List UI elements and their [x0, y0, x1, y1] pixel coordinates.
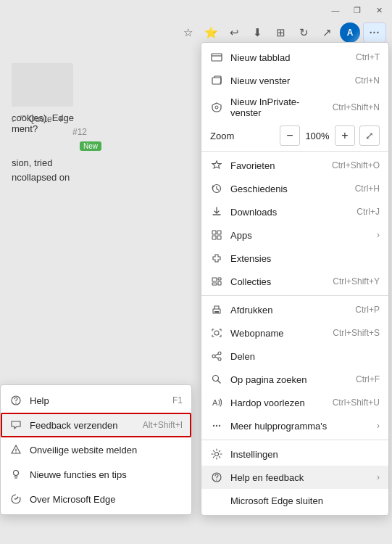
quote-button[interactable]: “” Quote — [20, 114, 52, 124]
menu-item-extensions[interactable]: Extensies — [201, 247, 388, 270]
avatar-letter: A — [347, 28, 354, 38]
svg-rect-8 — [217, 236, 221, 239]
svg-line-20 — [215, 357, 218, 358]
grid-icon[interactable]: ⊞ — [270, 22, 291, 43]
find-menu-icon — [210, 373, 223, 386]
quote-icon: “” — [20, 114, 25, 124]
svg-line-22 — [218, 381, 221, 384]
apps-arrow: › — [377, 230, 380, 240]
svg-rect-9 — [212, 278, 217, 281]
close-button[interactable]: ✕ — [369, 3, 389, 17]
menu-item-print[interactable]: Afdrukken Ctrl+P — [201, 298, 388, 321]
svg-point-3 — [215, 106, 218, 109]
svg-point-15 — [214, 331, 219, 335]
divider-2 — [201, 295, 388, 296]
svg-rect-5 — [212, 231, 216, 234]
bullet: t — [12, 115, 14, 123]
page-content-snippet: cookies), Edge ment? — [0, 54, 196, 143]
toolbar: ☆ ⭐ ↩ ⬇ ⊞ ↻ ↗ A ··· — [0, 22, 392, 44]
sub-menu-item-about[interactable]: Over Microsoft Edge — [1, 487, 191, 511]
svg-rect-6 — [217, 231, 221, 234]
more-button[interactable]: ··· — [363, 22, 386, 43]
sub-menu-item-help[interactable]: Help F1 — [1, 388, 191, 413]
minimize-button[interactable]: — — [325, 3, 346, 17]
divider-3 — [201, 440, 388, 440]
zoom-row: Zoom − 100% + ⤢ — [201, 123, 388, 149]
window-controls: — ❐ ✕ — [325, 3, 389, 17]
new-window-icon — [210, 74, 223, 87]
feedback-icon — [9, 419, 22, 432]
help-feedback-arrow: › — [377, 472, 380, 482]
menu-item-screenshot[interactable]: Webopname Ctrl+Shift+S — [201, 321, 388, 345]
main-dropdown-menu: Nieuw tabblad Ctrl+T Nieuw venster Ctrl+… — [201, 42, 389, 516]
svg-point-33 — [15, 452, 16, 453]
quote-row: t “” Quote + — [0, 109, 196, 129]
zoom-in-button[interactable]: + — [335, 125, 355, 146]
svg-rect-11 — [218, 278, 221, 280]
warning-icon — [9, 443, 22, 456]
bulb-icon — [9, 468, 22, 481]
zoom-fullscreen-button[interactable]: ⤢ — [359, 125, 380, 146]
add-icon[interactable]: + — [58, 113, 64, 125]
menu-item-settings[interactable]: Instellingen — [201, 442, 388, 466]
new-badge: New — [80, 141, 101, 151]
zoom-out-button[interactable]: − — [280, 125, 300, 146]
collections-icon[interactable]: ⭐ — [201, 22, 221, 43]
menu-item-collections[interactable]: Collecties Ctrl+Shift+Y — [201, 270, 388, 293]
downloads-menu-icon — [210, 205, 223, 218]
share-menu-icon — [210, 350, 223, 363]
sub-menu-item-new-features[interactable]: Nieuwe functies en tips — [1, 462, 191, 487]
svg-point-29 — [216, 479, 217, 481]
svg-rect-14 — [214, 311, 219, 313]
more-tools-menu-icon — [210, 419, 223, 432]
download-icon[interactable]: ⬇ — [247, 22, 267, 43]
svg-rect-2 — [212, 78, 221, 84]
back-icon[interactable]: ↩ — [224, 22, 244, 43]
browser-window: — ❐ ✕ ☆ ⭐ ↩ ⬇ ⊞ ↻ ↗ A ··· cookies), Edge… — [0, 0, 392, 544]
menu-item-more-tools[interactable]: Meer hulpprogramma's › — [201, 414, 388, 437]
edge-icon — [9, 493, 22, 506]
print-menu-icon — [210, 303, 223, 316]
collections-menu-icon — [210, 275, 223, 288]
menu-item-read-aloud[interactable]: A Hardop voorlezen Ctrl+Shift+U — [201, 391, 388, 414]
menu-item-help-feedback[interactable]: Help en feedback › — [201, 466, 388, 489]
menu-item-close-edge[interactable]: Microsoft Edge sluiten — [201, 489, 388, 512]
svg-point-34 — [14, 471, 19, 476]
maximize-button[interactable]: ❐ — [347, 3, 367, 17]
inprivate-icon — [210, 101, 223, 114]
refresh-icon[interactable]: ↻ — [293, 22, 314, 43]
menu-item-new-tab[interactable]: Nieuw tabblad Ctrl+T — [201, 46, 388, 69]
screenshot-menu-icon — [210, 326, 223, 339]
avatar[interactable]: A — [340, 22, 360, 43]
favorites-menu-icon — [210, 159, 223, 172]
menu-item-find[interactable]: Op pagina zoeken Ctrl+F — [201, 368, 388, 391]
menu-item-favorites[interactable]: Favorieten Ctrl+Shift+O — [201, 154, 388, 177]
svg-line-19 — [215, 354, 218, 355]
svg-rect-10 — [212, 283, 217, 285]
sub-menu-item-report[interactable]: Onveilige website melden — [1, 437, 191, 462]
menu-item-new-window[interactable]: Nieuw venster Ctrl+N — [201, 69, 388, 92]
menu-item-share[interactable]: Delen — [201, 345, 388, 368]
close-edge-icon — [210, 494, 223, 507]
svg-text:A: A — [212, 398, 218, 407]
svg-point-25 — [216, 425, 217, 426]
sub-menu: Help F1 Feedback verzenden Alt+Shift+I O… — [0, 384, 192, 515]
settings-menu-icon — [210, 448, 223, 461]
menu-item-apps[interactable]: Apps › — [201, 223, 388, 247]
svg-rect-7 — [212, 236, 216, 239]
svg-point-31 — [15, 403, 17, 404]
favorites-icon[interactable]: ☆ — [178, 22, 198, 43]
share-icon[interactable]: ↗ — [317, 22, 337, 43]
menu-item-downloads[interactable]: Downloads Ctrl+J — [201, 200, 388, 223]
svg-rect-12 — [218, 281, 221, 285]
svg-point-17 — [218, 358, 221, 360]
divider-1 — [201, 151, 388, 152]
menu-item-inprivate[interactable]: Nieuw InPrivate-venster Ctrl+Shift+N — [201, 92, 388, 123]
page-thumbnail — [12, 63, 73, 107]
extensions-menu-icon — [210, 252, 223, 265]
menu-item-history[interactable]: Geschiedenis Ctrl+H — [201, 177, 388, 200]
svg-point-27 — [215, 453, 219, 456]
sub-menu-item-feedback[interactable]: Feedback verzenden Alt+Shift+I — [1, 413, 191, 437]
read-aloud-menu-icon: A — [210, 396, 223, 409]
svg-point-18 — [212, 355, 215, 358]
